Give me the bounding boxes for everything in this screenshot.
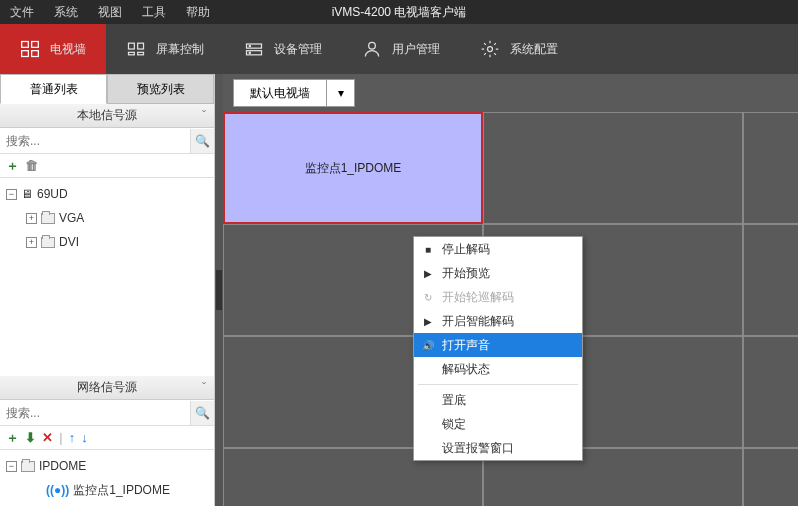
svg-point-10 [249, 45, 250, 46]
collapse-icon[interactable]: − [6, 461, 17, 472]
screen-icon [126, 39, 146, 59]
tree-node-69ud[interactable]: − 🖥 69UD [0, 182, 214, 206]
svg-point-12 [369, 42, 376, 49]
svg-point-13 [488, 47, 493, 52]
svg-rect-5 [138, 43, 144, 49]
nav-device-label: 设备管理 [274, 41, 322, 58]
svg-rect-6 [129, 52, 135, 55]
audio-icon: 🔊 [421, 340, 435, 351]
svg-rect-7 [138, 52, 144, 55]
nav-user-label: 用户管理 [392, 41, 440, 58]
search-icon[interactable]: 🔍 [190, 129, 214, 153]
net-panel-header[interactable]: 网络信号源 ˇ [0, 376, 214, 400]
move-down-button[interactable]: ↓ [81, 430, 88, 445]
context-menu: ■停止解码 ▶开始预览 ↻开始轮巡解码 ▶开启智能解码 🔊打开声音 解码状态 置… [413, 236, 583, 461]
collapse-icon[interactable]: − [6, 189, 17, 200]
nav-user[interactable]: 用户管理 [342, 24, 460, 74]
local-panel-title: 本地信号源 [77, 107, 137, 124]
triangle-down-icon: ▾ [338, 86, 344, 100]
separator [418, 384, 578, 385]
wall-tile[interactable] [743, 448, 798, 506]
ctx-start-cycle: ↻开始轮巡解码 [414, 285, 582, 309]
folder-icon [21, 461, 35, 472]
net-panel-title: 网络信号源 [77, 379, 137, 396]
tab-normal-list[interactable]: 普通列表 [0, 74, 107, 104]
play-icon: ▶ [421, 316, 435, 327]
signal-icon: ((●)) [46, 483, 69, 497]
ctx-bottom[interactable]: 置底 [414, 388, 582, 412]
remove-button[interactable]: ✕ [42, 430, 53, 445]
svg-rect-1 [32, 42, 39, 48]
add-button[interactable]: ＋ [6, 429, 19, 447]
device-icon: 🖥 [21, 187, 33, 201]
chevron-down-icon: ˇ [202, 109, 206, 123]
tree-node-ipdome[interactable]: − IPDOME [0, 454, 214, 478]
wall-tile-1-selected[interactable]: 监控点1_IPDOME [223, 112, 483, 224]
wall-tile[interactable] [743, 224, 798, 336]
app-title: iVMS-4200 电视墙客户端 [332, 4, 467, 21]
device-icon [244, 39, 264, 59]
folder-icon [41, 237, 55, 248]
ctx-smart-decode[interactable]: ▶开启智能解码 [414, 309, 582, 333]
menu-help[interactable]: 帮助 [186, 4, 210, 21]
svg-point-11 [249, 52, 250, 53]
delete-button[interactable]: 🗑 [25, 158, 38, 173]
tree-label: DVI [59, 235, 79, 249]
search-icon[interactable]: 🔍 [190, 401, 214, 425]
ctx-stop-decode[interactable]: ■停止解码 [414, 237, 582, 261]
ctx-start-preview[interactable]: ▶开始预览 [414, 261, 582, 285]
tile-label: 监控点1_IPDOME [305, 160, 402, 177]
nav-screen-label: 屏幕控制 [156, 41, 204, 58]
ctx-open-audio[interactable]: 🔊打开声音 [414, 333, 582, 357]
nav-config-label: 系统配置 [510, 41, 558, 58]
folder-icon [41, 213, 55, 224]
menu-file[interactable]: 文件 [10, 4, 34, 21]
expand-icon[interactable]: + [26, 237, 37, 248]
chevron-down-icon: ˇ [202, 381, 206, 395]
wall-tile[interactable] [743, 112, 798, 224]
svg-rect-2 [22, 51, 29, 57]
tree-node-vga[interactable]: + VGA [0, 206, 214, 230]
cycle-icon: ↻ [421, 292, 435, 303]
play-icon: ▶ [421, 268, 435, 279]
gear-icon [480, 39, 500, 59]
splitter-handle-icon [216, 270, 222, 310]
svg-rect-0 [22, 42, 29, 48]
nav-tvwall-label: 电视墙 [50, 41, 86, 58]
stop-icon: ■ [421, 244, 435, 255]
menu-view[interactable]: 视图 [98, 4, 122, 21]
tree-label: 监控点1_IPDOME [73, 482, 170, 499]
wall-select-dropdown[interactable]: ▾ [327, 79, 355, 107]
tvwall-icon [20, 39, 40, 59]
svg-rect-3 [32, 51, 39, 57]
tree-label: IPDOME [39, 459, 86, 473]
svg-rect-4 [129, 43, 135, 49]
add-button[interactable]: ＋ [6, 157, 19, 175]
menu-system[interactable]: 系统 [54, 4, 78, 21]
net-search-input[interactable] [0, 401, 190, 425]
wall-tile[interactable] [743, 336, 798, 448]
nav-config[interactable]: 系统配置 [460, 24, 578, 74]
nav-tvwall[interactable]: 电视墙 [0, 24, 106, 74]
ctx-lock[interactable]: 锁定 [414, 412, 582, 436]
local-search-input[interactable] [0, 129, 190, 153]
tree-label: VGA [59, 211, 84, 225]
tab-preview-list[interactable]: 预览列表 [107, 74, 214, 104]
expand-icon[interactable]: + [26, 213, 37, 224]
nav-screen[interactable]: 屏幕控制 [106, 24, 224, 74]
splitter[interactable] [215, 74, 223, 506]
tree-node-camera[interactable]: ((●)) 监控点1_IPDOME [0, 478, 214, 502]
wall-select[interactable]: 默认电视墙 [233, 79, 327, 107]
user-icon [362, 39, 382, 59]
ctx-decode-status[interactable]: 解码状态 [414, 357, 582, 381]
nav-device[interactable]: 设备管理 [224, 24, 342, 74]
ctx-alarm-window[interactable]: 设置报警窗口 [414, 436, 582, 460]
import-button[interactable]: ⬇ [25, 430, 36, 445]
wall-tile[interactable] [483, 112, 743, 224]
local-panel-header[interactable]: 本地信号源 ˇ [0, 104, 214, 128]
tree-label: 69UD [37, 187, 68, 201]
menu-tool[interactable]: 工具 [142, 4, 166, 21]
move-up-button[interactable]: ↑ [69, 430, 76, 445]
tree-node-dvi[interactable]: + DVI [0, 230, 214, 254]
